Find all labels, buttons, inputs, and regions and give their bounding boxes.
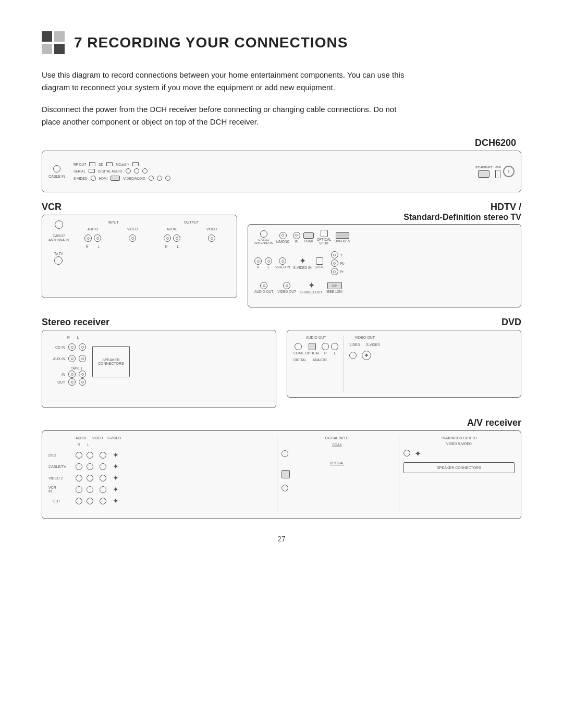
av-dvd-l <box>87 452 93 459</box>
vcr-out-r-label: R <box>165 245 168 249</box>
vcr-out-l-label: L <box>177 245 179 249</box>
av-dvd-row: DVD ✦ <box>48 451 271 459</box>
hdtv-component-ypbpr: Y Pb Pr <box>331 251 345 275</box>
hdtv-spdif: SPDIF <box>315 257 325 269</box>
hdtv-r-port <box>293 232 300 239</box>
stereo-tape-in-r <box>68 371 76 378</box>
stereo-cdin-row: CD IN <box>48 343 86 351</box>
hdtv-l2-port <box>265 257 272 265</box>
dvd-audio-section: AUDIO OUT COAX OPTICAL <box>293 336 338 392</box>
dvd-optical-port <box>309 343 316 350</box>
av-vcrin-row: VCR IN ✦ <box>48 485 271 493</box>
vcr-in-video-h: VIDEO <box>114 227 151 231</box>
vcr-totv-label: To TV <box>54 252 63 256</box>
av-video2-label: VIDEO 2 <box>48 476 74 480</box>
stereo-tape-out-r <box>68 378 76 386</box>
hdtv-row3: AUDIO OUT VIDEO OUT ✦ S-VIDEO OUT 1394 I… <box>254 281 515 294</box>
dvd-coax-port <box>295 343 302 350</box>
dch-usb-area: USB <box>495 165 501 178</box>
hdtv-pb-label: Pb <box>340 262 345 265</box>
dch-hdmi-port <box>111 176 120 181</box>
av-cabletv-row: CABLE/TV ✦ <box>48 462 271 471</box>
hdtv-pr-row: Pr <box>331 268 345 275</box>
dvd-box: AUDIO OUT COAX OPTICAL <box>287 330 521 398</box>
vcr-in-l-label: L <box>98 245 100 249</box>
stereo-l-header: L <box>77 336 79 339</box>
hdtv-r-label: R <box>295 240 298 243</box>
av-monitor-out: TV/MONITOR OUTPUT VIDEO S-VIDEO ✦ <box>403 436 515 458</box>
hdtv-pr-label: Pr <box>340 270 344 274</box>
av-video2-video <box>100 475 106 482</box>
hdtv-svideoin-star: ✦ <box>299 257 306 265</box>
av-cabletv-l <box>87 463 93 470</box>
hdtv-y-port <box>331 251 338 258</box>
hdtv-y-label: Y <box>340 253 342 257</box>
dch-usb-label: USB <box>495 165 501 168</box>
av-vcrin-r <box>76 486 82 493</box>
bottom-row: Stereo receiver R L CD IN AUX IN <box>42 317 521 408</box>
dvd-video-ports: VIDEO S-VIDEO ✦ <box>349 343 380 360</box>
hdtv-pb-port <box>331 260 338 267</box>
stereo-section: Stereo receiver R L CD IN AUX IN <box>42 317 276 408</box>
dvd-video-port-row: ✦ <box>349 351 380 360</box>
vcr-left-col: CABLE/ANTENNA IN To TV <box>48 220 69 265</box>
hdtv-hdmi-label: HDMI <box>304 239 313 243</box>
vcr-rl-labels: R L R L <box>74 245 230 249</box>
stereo-cdin-r <box>68 343 76 351</box>
stereo-auxin-l <box>79 355 86 362</box>
hdtv-dvi-port <box>336 232 349 239</box>
dch-warning-icon: ! <box>503 166 515 177</box>
hdtv-ieee1394: 1394 IEEE 1394 <box>326 282 342 293</box>
stereo-auxin-r <box>68 355 76 362</box>
dvd-analog-area: R L <box>322 343 338 355</box>
hdtv-antenna-label: CABLE/ANTENNA IN <box>254 238 273 244</box>
av-rl-spacer <box>48 443 75 447</box>
av-coax-header: COAX <box>282 443 393 447</box>
page-number: 27 <box>42 535 521 543</box>
hdtv-lmono-label: L/MONO <box>276 240 290 243</box>
dvd-coax-label: COAX <box>293 351 303 355</box>
hdtv-1394-label: IEEE 1394 <box>326 290 342 293</box>
stereo-tape-label: TAPE 1 <box>67 366 86 370</box>
dch-label: DCH6200 <box>475 138 521 149</box>
dvd-l: L <box>331 343 338 355</box>
stereo-speaker-box: SPEAKERCONNECTORS <box>92 346 130 377</box>
av-vcrout-row: OUT ✦ <box>48 497 271 505</box>
av-row-label-row: A/V receiver <box>42 417 521 428</box>
dvd-video-sublabels: VIDEO S-VIDEO <box>349 343 380 347</box>
dch-rfout-port <box>89 162 95 166</box>
hdtv-optical: OPTICALSPDIF <box>317 230 332 245</box>
stereo-box: R L CD IN AUX IN TAPE 1 <box>42 330 276 408</box>
dch-mcard-label: MCard™ <box>116 163 129 166</box>
dch-vid-label: VIDEO/AUDIO <box>123 177 145 180</box>
dch-rfout-label: RF OUT <box>74 163 86 166</box>
dvd-svideo-sub-label: S-VIDEO <box>366 343 380 347</box>
vcr-in-rl: R L <box>74 245 112 249</box>
hdtv-spdif-label: SPDIF <box>315 265 325 269</box>
hdtv-r2-port <box>254 257 262 265</box>
dvd-coax: COAX <box>293 343 303 355</box>
page-header: 7 7 RECORDING YOUR CONNECTIONS <box>42 31 521 54</box>
vcr-out-audio-r <box>164 235 171 242</box>
stereo-r-header: R <box>67 336 70 339</box>
dch-port-row-1: RF OUT SD MCard™ <box>74 162 467 166</box>
av-monitor-vs-label: VIDEO S-VIDEO <box>403 442 515 446</box>
vcr-antenna-port <box>55 220 63 229</box>
hdtv-hdmi: HDMI <box>303 232 314 243</box>
stereo-auxin-row: AUX IN <box>48 355 86 362</box>
av-rl-header: R L <box>48 443 271 447</box>
hdtv-lmono-port <box>279 232 287 239</box>
dch-svid-port <box>91 176 96 181</box>
dch-serial-port <box>89 169 95 173</box>
stereo-tape-out-row: OUT <box>48 378 86 386</box>
dvd-l-label: L <box>334 351 336 355</box>
hdtv-audioout: AUDIO OUT <box>254 282 273 293</box>
vcr-out-rl: R L <box>153 245 191 249</box>
hdtv-spdif-port <box>316 257 323 265</box>
vcr-out-audio-ports <box>153 235 191 242</box>
hdtv-svideoout: ✦ S-VIDEO OUT <box>300 281 322 294</box>
dch-digaudio-port2 <box>134 168 139 174</box>
av-vcrout-label: OUT <box>48 499 74 503</box>
stereo-cdin-l <box>79 343 86 351</box>
dvd-digital-analog-labels: DIGITAL ANALOG <box>293 358 338 362</box>
